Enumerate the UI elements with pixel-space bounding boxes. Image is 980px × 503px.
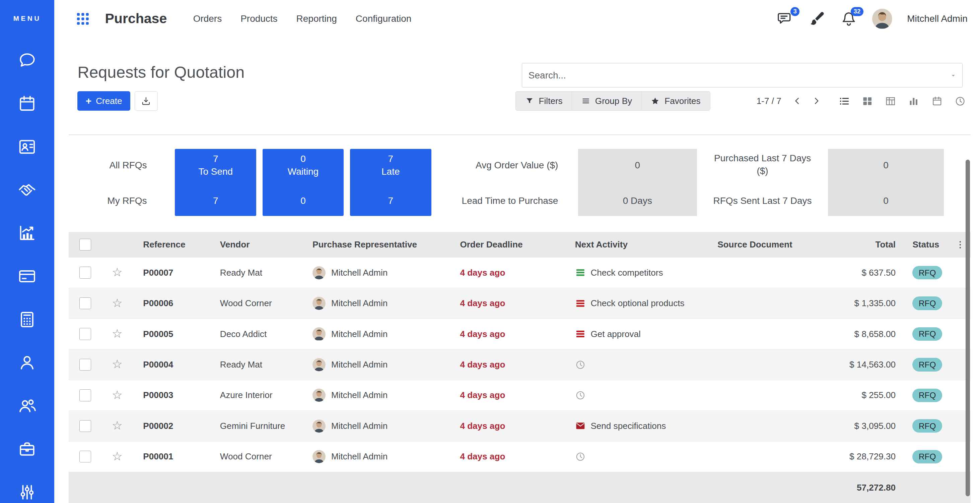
representative-name: Mitchell Admin (331, 451, 388, 462)
activity-clock-icon[interactable] (575, 390, 586, 401)
activity-report-icon[interactable] (575, 267, 586, 278)
row-select-cell (68, 267, 103, 278)
main-area: Purchase Orders Products Reporting Confi… (54, 0, 980, 503)
row-order-deadline: 4 days ago (453, 390, 566, 401)
table-row[interactable]: ☆ P00002 Gemini Furniture Mitchell Admin… (68, 410, 970, 441)
row-checkbox[interactable] (80, 389, 91, 401)
sidebar-contacts-icon[interactable] (18, 137, 37, 156)
row-checkbox[interactable] (80, 297, 91, 309)
view-calendar-button[interactable] (931, 96, 943, 107)
favorite-star-icon[interactable]: ☆ (112, 420, 123, 432)
filter-all-rfqs-link[interactable]: All RFQs (110, 159, 147, 171)
apps-grid-icon[interactable] (75, 11, 91, 27)
notifications-bell-icon[interactable]: 32 (840, 10, 857, 27)
nav-item-orders[interactable]: Orders (193, 13, 222, 24)
app-title[interactable]: Purchase (105, 11, 167, 27)
favorite-star-icon[interactable]: ☆ (112, 389, 123, 401)
table-row[interactable]: ☆ P00006 Wood Corner Mitchell Admin 4 da… (68, 288, 970, 318)
activity-clock-icon[interactable] (575, 451, 586, 462)
row-checkbox[interactable] (80, 420, 91, 432)
row-representative: Mitchell Admin (306, 266, 453, 279)
sidebar-card-icon[interactable] (18, 267, 37, 286)
nav-item-reporting[interactable]: Reporting (296, 13, 337, 24)
nav-item-configuration[interactable]: Configuration (356, 13, 411, 24)
activity-email-icon[interactable] (575, 420, 586, 431)
table-row[interactable]: ☆ P00005 Deco Addict Mitchell Admin 4 da… (68, 319, 970, 349)
row-representative: Mitchell Admin (306, 450, 453, 463)
paintbrush-icon[interactable] (808, 10, 825, 27)
purchased-last-7-days-value: 0 (828, 159, 943, 171)
activity-label: Get approval (590, 329, 641, 339)
column-header-status[interactable]: Status (900, 240, 950, 250)
representative-name: Mitchell Admin (331, 390, 388, 401)
row-star-cell: ☆ (103, 297, 134, 310)
sidebar-handshake-icon[interactable] (18, 180, 37, 200)
favorites-label: Favorites (665, 96, 700, 106)
select-all-checkbox[interactable] (80, 239, 91, 251)
column-header-order-deadline[interactable]: Order Deadline (453, 240, 566, 250)
nav-item-products[interactable]: Products (240, 13, 277, 24)
vertical-scrollbar-thumb[interactable] (966, 160, 970, 496)
column-header-vendor[interactable]: Vendor (212, 240, 306, 250)
list-view-icon (838, 96, 850, 107)
filters-button[interactable]: Filters (515, 91, 573, 111)
row-checkbox[interactable] (80, 328, 91, 340)
tile-late[interactable]: 7 Late 7 (350, 149, 431, 216)
search-input[interactable] (522, 70, 950, 81)
sidebar-sliders-icon[interactable] (18, 482, 37, 502)
column-header-source-document[interactable]: Source Document (713, 240, 831, 250)
view-graph-button[interactable] (908, 96, 920, 107)
search-dropdown-caret-icon[interactable] (950, 72, 957, 79)
group-by-bars-icon (581, 97, 590, 105)
tile-waiting[interactable]: 0 Waiting 0 (262, 149, 344, 216)
row-checkbox[interactable] (80, 267, 91, 278)
view-pivot-button[interactable] (885, 96, 896, 107)
sidebar-calculator-icon[interactable] (18, 310, 37, 329)
favorites-button[interactable]: Favorites (641, 91, 710, 111)
sidebar-calendar-icon[interactable] (18, 94, 37, 113)
column-header-next-activity[interactable]: Next Activity (566, 240, 713, 250)
activity-report-icon[interactable] (575, 329, 586, 339)
table-row[interactable]: ☆ P00001 Wood Corner Mitchell Admin 4 da… (68, 441, 970, 472)
row-checkbox[interactable] (80, 359, 91, 370)
sidebar-user-icon[interactable] (18, 353, 37, 372)
pager-next-button[interactable] (807, 91, 826, 111)
table-row[interactable]: ☆ P00004 Ready Mat Mitchell Admin 4 days… (68, 349, 970, 380)
favorite-star-icon[interactable]: ☆ (112, 267, 123, 279)
sidebar-chart-icon[interactable] (18, 224, 37, 243)
last-7-days-tile[interactable]: 0 0 (828, 149, 943, 216)
table-row[interactable]: ☆ P00003 Azure Interior Mitchell Admin 4… (68, 380, 970, 410)
group-by-button[interactable]: Group By (572, 91, 642, 111)
column-header-representative[interactable]: Purchase Representative (306, 240, 453, 250)
favorite-star-icon[interactable]: ☆ (112, 451, 123, 463)
optional-columns-icon[interactable] (955, 240, 965, 250)
sidebar-users-icon[interactable] (18, 396, 37, 415)
messages-icon[interactable]: 3 (776, 10, 793, 27)
view-kanban-button[interactable] (862, 96, 873, 107)
avg-order-value-tile[interactable]: 0 0 Days (578, 149, 697, 216)
create-button[interactable]: + Create (77, 91, 130, 111)
tile-to-send[interactable]: 7 To Send 7 (175, 149, 256, 216)
user-avatar[interactable] (872, 9, 892, 29)
sidebar-menu-toggle[interactable]: MENU (0, 0, 54, 22)
activity-clock-icon[interactable] (575, 359, 586, 370)
activity-report-icon[interactable] (575, 298, 586, 309)
user-name[interactable]: Mitchell Admin (907, 13, 967, 24)
pager-prev-button[interactable] (788, 91, 807, 111)
table-row[interactable]: ☆ P00007 Ready Mat Mitchell Admin 4 days… (68, 257, 970, 288)
status-badge: RFQ (912, 419, 942, 433)
filter-my-rfqs-link[interactable]: My RFQs (107, 195, 147, 207)
favorite-star-icon[interactable]: ☆ (112, 358, 123, 370)
favorite-star-icon[interactable]: ☆ (112, 328, 123, 340)
view-list-button[interactable] (838, 96, 850, 107)
sidebar-briefcase-icon[interactable] (18, 439, 37, 459)
export-button[interactable] (135, 91, 158, 111)
view-activity-button[interactable] (955, 96, 966, 107)
sidebar-chat-icon[interactable] (18, 51, 37, 70)
messages-badge: 3 (791, 7, 799, 16)
column-header-total[interactable]: Total (831, 240, 900, 250)
row-total: $ 637.50 (831, 268, 900, 278)
row-checkbox[interactable] (80, 451, 91, 462)
column-header-reference[interactable]: Reference (134, 240, 212, 250)
favorite-star-icon[interactable]: ☆ (112, 297, 123, 310)
